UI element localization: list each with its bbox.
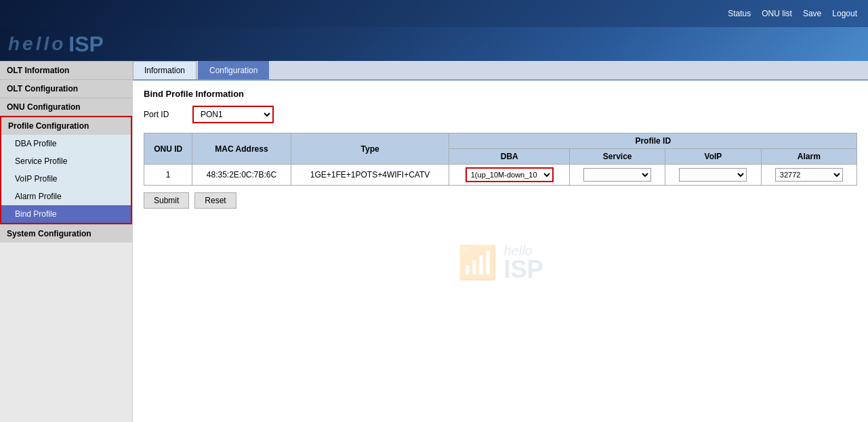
th-onu-id: ONU ID bbox=[144, 133, 192, 165]
sidebar-item-service-profile[interactable]: Service Profile bbox=[1, 152, 131, 170]
port-id-label: Port ID bbox=[144, 110, 184, 119]
logo-isp: ISP bbox=[68, 32, 104, 57]
tab-bar: Information Configuration bbox=[133, 61, 868, 81]
watermark-isp: ISP bbox=[503, 257, 543, 282]
alarm-select[interactable]: 32772 bbox=[775, 168, 843, 182]
sidebar: OLT Information OLT Configuration ONU Co… bbox=[0, 61, 133, 422]
logo-text: hello bbox=[8, 33, 66, 55]
port-id-select[interactable]: PON1 PON2 PON3 PON4 bbox=[192, 106, 274, 123]
sidebar-item-voip-profile[interactable]: VoIP Profile bbox=[1, 170, 131, 188]
table-row: 1 48:35:2E:0C:7B:6C 1GE+1FE+1POTS+4WIFI+… bbox=[144, 165, 857, 186]
voip-select[interactable] bbox=[679, 168, 747, 182]
th-type: Type bbox=[291, 133, 449, 165]
main-content: Information Configuration Bind Profile I… bbox=[133, 61, 868, 422]
dba-select[interactable]: 1(up_10M-down_10 bbox=[466, 167, 554, 182]
content-area: Bind Profile Information Port ID PON1 PO… bbox=[133, 81, 868, 217]
service-select[interactable] bbox=[583, 168, 651, 182]
cell-dba[interactable]: 1(up_10M-down_10 bbox=[449, 165, 570, 186]
sidebar-item-olt-information[interactable]: OLT Information bbox=[0, 61, 132, 79]
submit-button[interactable]: Submit bbox=[144, 192, 189, 209]
tab-information[interactable]: Information bbox=[133, 61, 197, 79]
sidebar-item-profile-configuration[interactable]: Profile Configuration bbox=[1, 117, 131, 135]
main-layout: OLT Information OLT Configuration ONU Co… bbox=[0, 61, 868, 422]
header-banner: hello ISP bbox=[0, 27, 868, 61]
th-dba: DBA bbox=[449, 149, 570, 165]
sidebar-item-alarm-profile[interactable]: Alarm Profile bbox=[1, 188, 131, 205]
topbar: Status ONU list Save Logout bbox=[0, 0, 868, 27]
profile-table: ONU ID MAC Address Type Profile ID DBA S… bbox=[144, 133, 857, 186]
logout-link[interactable]: Logout bbox=[832, 9, 857, 18]
th-service: Service bbox=[570, 149, 665, 165]
th-profile-id: Profile ID bbox=[449, 133, 857, 149]
cell-voip[interactable] bbox=[665, 165, 761, 186]
sidebar-item-olt-configuration[interactable]: OLT Configuration bbox=[0, 79, 132, 98]
th-voip: VoIP bbox=[665, 149, 761, 165]
port-id-row: Port ID PON1 PON2 PON3 PON4 bbox=[144, 106, 857, 123]
cell-type: 1GE+1FE+1POTS+4WIFI+CATV bbox=[291, 165, 449, 186]
profile-config-group: Profile Configuration DBA Profile Servic… bbox=[0, 116, 132, 224]
sidebar-item-onu-configuration[interactable]: ONU Configuration bbox=[0, 98, 132, 116]
cell-alarm[interactable]: 32772 bbox=[761, 165, 856, 186]
section-title: Bind Profile Information bbox=[144, 89, 857, 99]
status-link[interactable]: Status bbox=[728, 9, 751, 18]
watermark: 📶 hello ISP bbox=[133, 244, 868, 282]
cell-onu-id: 1 bbox=[144, 165, 192, 186]
sidebar-item-system-configuration[interactable]: System Configuration bbox=[0, 224, 132, 242]
save-link[interactable]: Save bbox=[803, 9, 821, 18]
tab-configuration[interactable]: Configuration bbox=[198, 61, 269, 79]
cell-service[interactable] bbox=[570, 165, 665, 186]
th-mac-address: MAC Address bbox=[192, 133, 291, 165]
sidebar-item-bind-profile[interactable]: Bind Profile bbox=[1, 205, 131, 223]
wifi-icon: 📶 bbox=[457, 244, 498, 282]
btn-row: Submit Reset bbox=[144, 192, 857, 209]
reset-button[interactable]: Reset bbox=[194, 192, 236, 209]
cell-mac-address: 48:35:2E:0C:7B:6C bbox=[192, 165, 291, 186]
th-alarm: Alarm bbox=[761, 149, 856, 165]
sidebar-item-dba-profile[interactable]: DBA Profile bbox=[1, 135, 131, 152]
onu-list-link[interactable]: ONU list bbox=[762, 9, 792, 18]
watermark-text: hello ISP bbox=[503, 244, 543, 282]
